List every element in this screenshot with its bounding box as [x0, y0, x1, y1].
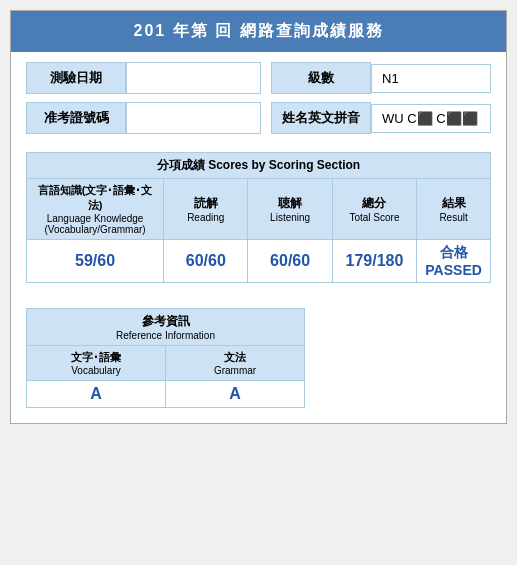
name-label: 姓名英文拼音 — [271, 102, 371, 134]
main-container: 201 年第 回 網路查詢成績服務 測驗日期 級數 N1 准考證號碼 姓名英文拼… — [10, 10, 507, 424]
col-listening-header: 聴解 Listening — [248, 179, 332, 240]
total-score: 179/180 — [332, 240, 416, 283]
exam-date-row: 測驗日期 級數 N1 — [26, 62, 491, 94]
page-title: 201 年第 回 網路查詢成績服務 — [11, 11, 506, 52]
reference-table: 參考資訊 Reference Information 文字･語彙 Vocabul… — [26, 308, 305, 408]
exam-date-label: 測驗日期 — [26, 62, 126, 94]
col-total-header: 總分 Total Score — [332, 179, 416, 240]
registration-row: 准考證號碼 姓名英文拼音 WU C⬛ C⬛⬛ — [26, 102, 491, 134]
registration-value — [126, 102, 261, 134]
col-result-header: 結果 Result — [417, 179, 491, 240]
grammar-value: A — [166, 381, 305, 408]
col-lang-header: 言語知識(文字･語彙･文法) Language Knowledge (Vocab… — [27, 179, 164, 240]
col-reading-header: 読解 Reading — [164, 179, 248, 240]
level-value: N1 — [371, 64, 491, 93]
registration-label: 准考證號碼 — [26, 102, 126, 134]
reference-section: 參考資訊 Reference Information 文字･語彙 Vocabul… — [11, 308, 506, 423]
vocab-value: A — [27, 381, 166, 408]
level-label: 級數 — [271, 62, 371, 94]
lang-score: 59/60 — [27, 240, 164, 283]
listening-score: 60/60 — [248, 240, 332, 283]
col-grammar-header: 文法 Grammar — [166, 346, 305, 381]
exam-date-value — [126, 62, 261, 94]
result-value: 合格 PASSED — [417, 240, 491, 283]
reading-score: 60/60 — [164, 240, 248, 283]
col-vocab-header: 文字･語彙 Vocabulary — [27, 346, 166, 381]
ref-header: 參考資訊 Reference Information — [27, 309, 305, 346]
scores-header: 分項成績 Scores by Scoring Section — [27, 153, 491, 179]
info-section: 測驗日期 級數 N1 准考證號碼 姓名英文拼音 WU C⬛ C⬛⬛ — [11, 52, 506, 152]
scores-table: 分項成績 Scores by Scoring Section 言語知識(文字･語… — [26, 152, 491, 283]
scores-section: 分項成績 Scores by Scoring Section 言語知識(文字･語… — [11, 152, 506, 298]
name-value: WU C⬛ C⬛⬛ — [371, 104, 491, 133]
